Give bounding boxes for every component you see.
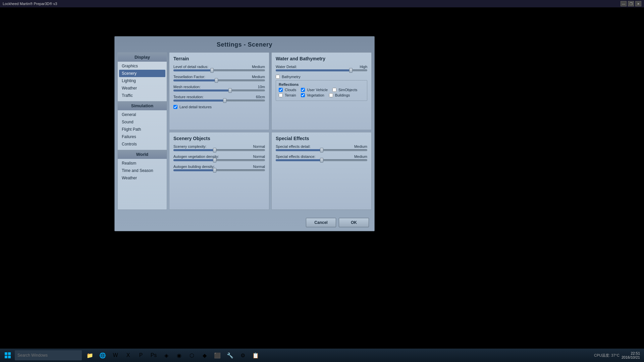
taskbar-app-6[interactable]: 🔧: [224, 349, 236, 361]
sidebar-item-weather-display[interactable]: Weather: [118, 84, 167, 92]
buildings-reflection-row: Buildings: [329, 93, 350, 97]
world-section-header: World: [118, 150, 167, 159]
special-effects-panel-title: Special Effects: [276, 136, 367, 141]
water-panel: Water and Bathymetry Water Detail: High …: [271, 52, 372, 130]
reflections-row-1: Clouds User Vehicle SimObjects: [279, 88, 364, 93]
effects-detail-slider[interactable]: [276, 149, 367, 151]
restore-button[interactable]: ❐: [628, 1, 634, 6]
dialog-body: Display Graphics Scenery Lighting Weathe…: [115, 52, 374, 210]
taskbar-clock: 22:51 2016/10/21: [622, 351, 640, 359]
terrain-panel-title: Terrain: [173, 56, 265, 61]
taskbar-app-1[interactable]: ◈: [160, 349, 172, 361]
user-vehicle-checkbox[interactable]: [301, 88, 305, 92]
sidebar-item-sound[interactable]: Sound: [118, 118, 167, 126]
autogen-veg-slider[interactable]: [173, 159, 265, 161]
tessellation-label-row: Tessellation Factor: Medium: [173, 75, 265, 79]
clouds-checkbox[interactable]: [279, 88, 283, 92]
display-section-header: Display: [118, 53, 167, 62]
autogen-bld-slider[interactable]: [173, 169, 265, 171]
search-input[interactable]: [15, 350, 82, 360]
effects-distance-value: Medium: [354, 155, 367, 159]
lod-setting: Level of detail radius: Medium: [173, 65, 265, 71]
sidebar: Display Graphics Scenery Lighting Weathe…: [117, 52, 167, 210]
tessellation-slider[interactable]: [173, 79, 265, 81]
autogen-veg-setting: Autogen vegetation density: Normal: [173, 155, 265, 161]
terrain-panel: Terrain Level of detail radius: Medium T…: [169, 52, 269, 130]
autogen-bld-label-row: Autogen building density: Normal: [173, 165, 265, 169]
water-detail-label-row: Water Detail: High: [276, 65, 367, 69]
taskbar-app-8[interactable]: 📋: [250, 349, 262, 361]
sidebar-item-weather-world[interactable]: Weather: [118, 174, 167, 182]
taskbar-app-5[interactable]: ⬛: [211, 349, 223, 361]
scenery-objects-panel: Scenery Objects Scenery complexity: Norm…: [169, 132, 269, 210]
terrain-reflection-row: Terrain: [279, 93, 296, 97]
taskbar-app-edge[interactable]: 🌐: [97, 349, 109, 361]
taskbar-app-ppt[interactable]: P: [135, 349, 147, 361]
close-button[interactable]: ✕: [635, 1, 641, 6]
cancel-button[interactable]: Cancel: [306, 218, 336, 227]
bathymetry-checkbox[interactable]: [276, 75, 280, 79]
title-bar-controls: — ❐ ✕: [621, 1, 641, 6]
taskbar-sys-icons: CPU温度: 37°C: [594, 353, 620, 358]
terrain-reflection-checkbox[interactable]: [279, 93, 283, 97]
minimize-button[interactable]: —: [621, 1, 627, 6]
ok-button[interactable]: OK: [339, 218, 369, 227]
user-vehicle-label: User Vehicle: [307, 88, 328, 92]
complexity-slider[interactable]: [173, 149, 265, 151]
svg-rect-1: [8, 352, 11, 355]
effects-distance-slider[interactable]: [276, 159, 367, 161]
taskbar-app-excel[interactable]: X: [122, 349, 134, 361]
land-detail-checkbox[interactable]: [173, 105, 177, 109]
mesh-slider[interactable]: [173, 89, 265, 92]
taskbar-app-3[interactable]: ⬡: [186, 349, 198, 361]
autogen-bld-label: Autogen building density:: [173, 165, 215, 169]
sidebar-item-graphics[interactable]: Graphics: [118, 62, 167, 70]
taskbar-app-7[interactable]: ⚙: [237, 349, 249, 361]
effects-distance-label: Special effects distance:: [276, 155, 315, 159]
taskbar-app-2[interactable]: ◉: [173, 349, 185, 361]
sidebar-item-flight-path[interactable]: Flight Path: [118, 126, 167, 133]
sidebar-item-scenery[interactable]: Scenery: [119, 70, 165, 77]
title-bar: Lockheed Martin® Prepar3D® v3 — ❐ ✕: [0, 0, 644, 7]
sidebar-item-failures[interactable]: Failures: [118, 133, 167, 140]
sim-objects-checkbox[interactable]: [332, 88, 336, 92]
taskbar-app-word[interactable]: W: [109, 349, 121, 361]
sidebar-item-general[interactable]: General: [118, 111, 167, 118]
sim-objects-label: SimObjects: [338, 88, 357, 92]
content-area: Terrain Level of detail radius: Medium T…: [169, 52, 372, 210]
taskbar-app-ps[interactable]: Ps: [148, 349, 160, 361]
autogen-veg-label-row: Autogen vegetation density: Normal: [173, 155, 265, 159]
vegetation-checkbox[interactable]: [301, 93, 305, 97]
buildings-checkbox[interactable]: [329, 93, 333, 97]
scenery-objects-panel-title: Scenery Objects: [173, 136, 265, 141]
tessellation-value: Medium: [252, 75, 265, 79]
sidebar-item-controls[interactable]: Controls: [118, 140, 167, 148]
water-detail-slider[interactable]: [276, 69, 367, 71]
clock-time: 22:51: [622, 351, 640, 355]
effects-detail-setting: Special effects detail: Medium: [276, 144, 367, 151]
sidebar-item-lighting[interactable]: Lighting: [118, 77, 167, 84]
autogen-veg-value: Normal: [253, 155, 265, 159]
taskbar-apps: 📁 🌐 W X P Ps ◈ ◉ ⬡ ◆ ⬛ 🔧 ⚙ 📋: [84, 349, 262, 361]
texture-slider[interactable]: [173, 100, 265, 102]
clouds-reflection-row: Clouds: [279, 88, 296, 92]
tessellation-label: Tessellation Factor:: [173, 75, 205, 79]
taskbar-app-explorer[interactable]: 📁: [84, 349, 96, 361]
dialog-footer: Cancel OK: [115, 214, 374, 231]
taskbar-cpu-temp: CPU温度: 37°C: [594, 353, 620, 358]
texture-setting: Texture resolution: 60cm: [173, 95, 265, 102]
start-button[interactable]: [1, 349, 14, 361]
sidebar-item-realism[interactable]: Realism: [118, 160, 167, 167]
svg-rect-2: [5, 356, 7, 358]
taskbar-app-4[interactable]: ◆: [199, 349, 211, 361]
clock-date: 2016/10/21: [622, 355, 640, 359]
complexity-label: Scenery complexity:: [173, 144, 206, 148]
complexity-label-row: Scenery complexity: Normal: [173, 144, 265, 148]
autogen-veg-label: Autogen vegetation density:: [173, 155, 219, 159]
sidebar-item-time-season[interactable]: Time and Season: [118, 167, 167, 174]
terrain-reflection-label: Terrain: [285, 93, 296, 97]
lod-slider[interactable]: [173, 69, 265, 71]
lod-label: Level of detail radius:: [173, 65, 208, 69]
sidebar-item-traffic[interactable]: Traffic: [118, 92, 167, 99]
dialog-title: Settings - Scenery: [115, 37, 374, 52]
